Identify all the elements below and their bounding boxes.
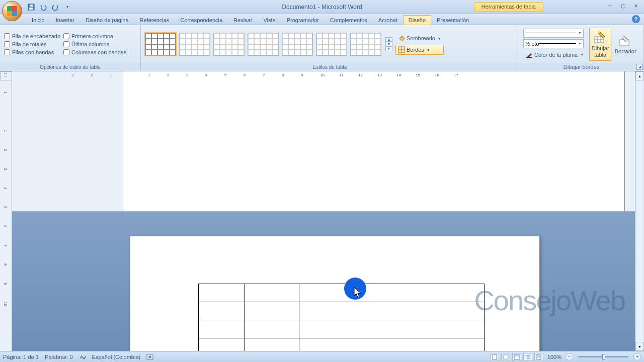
table-style-1[interactable] <box>145 33 176 56</box>
shading-button[interactable]: Sombreado▼ <box>395 33 444 43</box>
title-bar: ▾ Documento1 - Microsoft Word Herramient… <box>0 0 644 14</box>
status-proofing-icon[interactable] <box>79 353 86 360</box>
tab-presentacion[interactable]: Presentación <box>431 15 474 25</box>
document-area: ⌐ 2112345678910 321123456789101112131415… <box>0 71 644 351</box>
status-bar: Página: 1 de 1 Palabras: 0 Español (Colo… <box>0 351 644 362</box>
tab-programador[interactable]: Programador <box>281 15 325 25</box>
gallery-scroll-up[interactable]: ▲ <box>385 37 392 42</box>
svg-point-13 <box>149 356 151 358</box>
help-button[interactable]: ? <box>632 15 640 23</box>
svg-rect-16 <box>514 354 519 359</box>
save-icon[interactable] <box>26 2 36 12</box>
status-words[interactable]: Palabras: 0 <box>45 354 73 360</box>
tab-acrobat[interactable]: Acrobat <box>373 15 403 25</box>
tab-complementos[interactable]: Complementos <box>325 15 373 25</box>
pen-color-button[interactable]: Color de la pluma▼ <box>523 50 586 60</box>
tab-diseno-pagina[interactable]: Diseño de página <box>80 15 134 25</box>
horizontal-ruler[interactable]: 3211234567891011121314151617 <box>12 71 635 212</box>
pen-icon <box>526 51 533 58</box>
pencil-table-icon <box>593 30 607 44</box>
dialog-launcher[interactable]: ◢ <box>636 64 642 70</box>
group-label-style-options: Opciones de estilo de tabla <box>0 63 140 71</box>
line-weight-combo[interactable]: ½ pto▼ <box>523 39 584 48</box>
tab-correspondencia[interactable]: Correspondencia <box>175 15 228 25</box>
quick-access-toolbar: ▾ <box>26 0 72 14</box>
table-style-2[interactable] <box>179 33 210 56</box>
gallery-scroll-down[interactable]: ▼ <box>385 42 392 46</box>
svg-rect-6 <box>526 57 532 58</box>
zoom-level[interactable]: 100% <box>547 354 561 360</box>
mouse-cursor-icon <box>353 287 363 299</box>
table-style-4[interactable] <box>248 33 279 56</box>
status-macro-icon[interactable] <box>146 354 153 360</box>
scroll-up-button[interactable]: ▲ <box>635 71 644 80</box>
svg-rect-1 <box>29 8 33 10</box>
view-print-layout[interactable] <box>490 353 499 361</box>
undo-icon[interactable] <box>38 2 48 12</box>
borders-button[interactable]: Bordes▼ <box>395 45 444 55</box>
redo-icon[interactable] <box>50 2 60 12</box>
table-styles-gallery <box>145 33 381 56</box>
group-label-draw-borders: Dibujar bordes◢ <box>519 63 643 71</box>
tab-referencias[interactable]: Referencias <box>134 15 175 25</box>
table-style-6[interactable] <box>316 33 347 56</box>
maximize-button[interactable]: ▢ <box>617 1 629 10</box>
document-table[interactable] <box>198 284 485 351</box>
ribbon: Fila de encabezado Fila de totales Filas… <box>0 25 644 71</box>
table-style-3[interactable] <box>213 33 245 56</box>
tab-inicio[interactable]: Inicio <box>26 15 50 25</box>
view-web-layout[interactable] <box>512 353 521 361</box>
tab-insertar[interactable]: Insertar <box>50 15 80 25</box>
vertical-scrollbar[interactable]: ▲ ▼ <box>635 71 644 351</box>
scroll-down-button[interactable]: ▼ <box>635 342 644 351</box>
svg-rect-2 <box>30 5 33 7</box>
check-banded-columns[interactable]: Columnas con bandas <box>63 49 126 55</box>
eraser-icon <box>618 33 632 47</box>
eraser-button[interactable]: Borrador <box>614 28 636 61</box>
check-banded-rows[interactable]: Filas con bandas <box>4 49 60 55</box>
line-style-combo[interactable]: ▼ <box>523 29 584 38</box>
ribbon-tabs: Inicio Insertar Diseño de página Referen… <box>0 14 644 25</box>
close-button[interactable]: ✕ <box>630 1 642 10</box>
gallery-more[interactable]: ▾ <box>385 46 392 51</box>
table-style-5[interactable] <box>282 33 313 56</box>
table-style-7[interactable] <box>350 33 381 56</box>
check-first-column[interactable]: Primera columna <box>63 33 126 39</box>
draw-table-button[interactable]: Dibujar tabla <box>589 28 611 61</box>
status-language[interactable]: Español (Colombia) <box>92 354 141 360</box>
svg-rect-15 <box>503 355 508 359</box>
paint-bucket-icon <box>398 35 405 42</box>
watermark-brand: ConsejoWeb <box>474 284 625 317</box>
cursor-highlight-marker <box>344 278 366 300</box>
office-button[interactable] <box>2 1 22 21</box>
check-last-column[interactable]: Última columna <box>63 41 126 47</box>
minimize-button[interactable]: ─ <box>604 1 616 10</box>
view-outline[interactable] <box>523 353 532 361</box>
tab-diseno[interactable]: Diseño <box>403 15 431 25</box>
borders-icon <box>398 46 405 53</box>
window-title: Documento1 - Microsoft Word <box>282 4 362 11</box>
svg-rect-11 <box>620 40 629 46</box>
status-page[interactable]: Página: 1 de 1 <box>3 354 39 360</box>
zoom-slider[interactable] <box>578 356 628 357</box>
check-total-row[interactable]: Fila de totales <box>4 41 60 47</box>
group-label-table-styles: Estilos de tabla <box>141 63 519 71</box>
svg-rect-14 <box>493 354 497 359</box>
tab-vista[interactable]: Vista <box>258 15 281 25</box>
check-header-row[interactable]: Fila de encabezado <box>4 33 60 39</box>
qat-customize-icon[interactable]: ▾ <box>62 2 72 12</box>
table-tools-contextual-tab: Herramientas de tabla <box>474 2 543 12</box>
vertical-ruler[interactable]: 2112345678910 <box>0 80 12 351</box>
zoom-out-button[interactable]: − <box>566 353 573 360</box>
document-viewport[interactable]: ConsejoWeb ConsejoWeb <box>12 212 635 351</box>
tab-revisar[interactable]: Revisar <box>228 15 258 25</box>
view-draft[interactable] <box>534 353 543 361</box>
view-full-screen[interactable] <box>501 353 510 361</box>
zoom-in-button[interactable]: + <box>633 353 641 360</box>
